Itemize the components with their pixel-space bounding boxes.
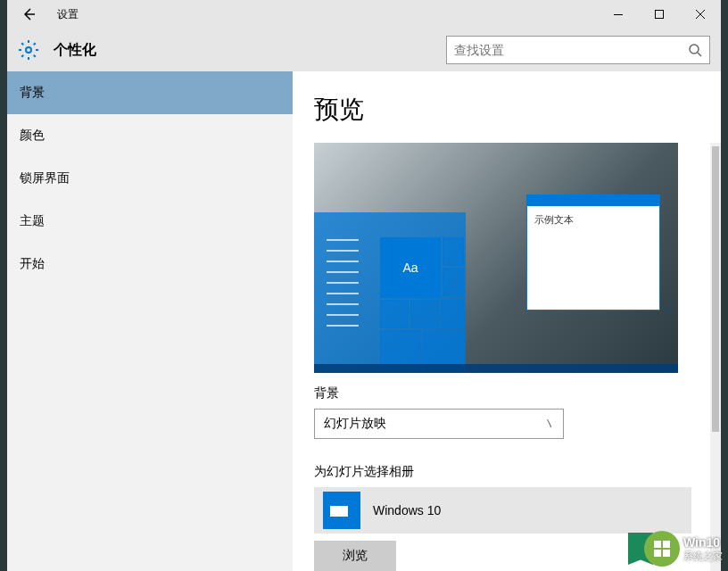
svg-point-3 [690, 45, 699, 54]
preview-taskbar [314, 364, 678, 373]
browse-button[interactable]: 浏览 [314, 541, 396, 571]
sidebar: 背景 颜色 锁屏界面 主题 开始 [7, 71, 293, 571]
watermark: Win10 系统之家 [566, 526, 728, 571]
header-row: 个性化 [7, 29, 721, 71]
album-thumbnail [323, 492, 360, 529]
main-panel: 预览 示例文本 Aa [293, 71, 721, 571]
preview-box: 示例文本 Aa [314, 143, 678, 373]
content-area: 背景 颜色 锁屏界面 主题 开始 预览 示例文本 [7, 71, 721, 571]
album-section-label: 为幻灯片选择相册 [314, 464, 699, 480]
titlebar: 设置 [7, 0, 721, 29]
preview-start-list [327, 239, 359, 335]
windows-icon [652, 539, 672, 559]
watermark-logo-icon [644, 531, 680, 567]
scrollbar[interactable] [710, 143, 721, 571]
svg-rect-1 [656, 11, 664, 19]
watermark-line2: 系统之家 [683, 550, 723, 562]
background-label: 背景 [314, 385, 699, 401]
maximize-button[interactable] [639, 0, 680, 29]
settings-window: 设置 个性化 [7, 0, 721, 571]
sidebar-item-label: 背景 [20, 85, 45, 101]
watermark-line1: Win10 [683, 535, 723, 550]
preview-sample-titlebar [527, 195, 659, 206]
dropdown-value: 幻灯片放映 [324, 416, 386, 432]
preview-sample-text: 示例文本 [527, 206, 659, 234]
sidebar-item-background[interactable]: 背景 [7, 71, 293, 114]
album-name: Windows 10 [373, 503, 441, 517]
search-icon [688, 43, 702, 57]
search-box[interactable] [446, 36, 710, 64]
sidebar-item-lockscreen[interactable]: 锁屏界面 [7, 157, 293, 200]
preview-tiles: Aa [380, 237, 469, 373]
sidebar-item-color[interactable]: 颜色 [7, 114, 293, 157]
svg-rect-4 [654, 541, 661, 548]
sidebar-item-start[interactable]: 开始 [7, 243, 293, 286]
sidebar-item-themes[interactable]: 主题 [7, 200, 293, 243]
maximize-icon [654, 9, 665, 20]
chevron-down-icon: 〵 [545, 419, 554, 429]
preview-heading: 预览 [314, 93, 699, 127]
browse-label: 浏览 [343, 548, 368, 564]
svg-rect-5 [663, 541, 670, 548]
svg-rect-7 [663, 550, 670, 557]
titlebar-left: 设置 [7, 0, 79, 29]
header-left: 个性化 [18, 39, 96, 61]
sidebar-item-label: 开始 [20, 256, 45, 272]
minimize-button[interactable] [598, 0, 639, 29]
svg-point-2 [26, 47, 31, 53]
svg-rect-0 [614, 14, 623, 15]
close-button[interactable] [680, 0, 721, 29]
category-title: 个性化 [54, 41, 96, 60]
preview-start-menu: Aa [314, 212, 466, 373]
window-title: 设置 [57, 7, 79, 22]
sidebar-item-label: 颜色 [20, 128, 45, 144]
scrollbar-thumb[interactable] [712, 146, 719, 432]
background-dropdown[interactable]: 幻灯片放映 〵 [314, 409, 564, 439]
search-input[interactable] [454, 43, 688, 57]
gear-icon [18, 39, 39, 61]
window-controls [598, 0, 721, 29]
preview-sample-window: 示例文本 [526, 194, 660, 310]
back-button[interactable] [7, 0, 50, 29]
sidebar-item-label: 锁屏界面 [20, 170, 70, 186]
preview-tile-aa: Aa [380, 237, 441, 298]
back-arrow-icon [21, 7, 36, 21]
watermark-text: Win10 系统之家 [683, 535, 723, 562]
close-icon [695, 9, 706, 20]
sidebar-item-label: 主题 [20, 213, 45, 229]
svg-rect-6 [654, 550, 661, 557]
minimize-icon [613, 9, 624, 20]
